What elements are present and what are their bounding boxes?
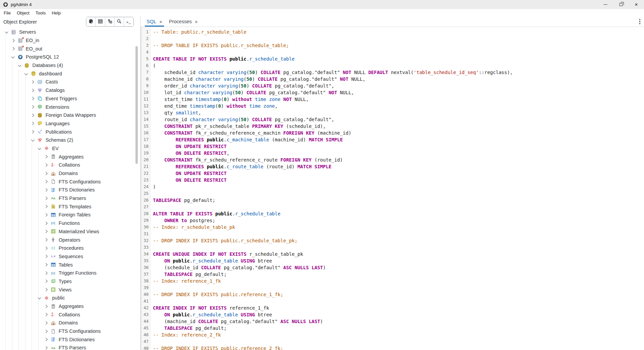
chevron-right-icon[interactable] (44, 254, 48, 259)
chevron-right-icon[interactable] (44, 312, 48, 317)
tree-item-languages[interactable]: Languages (0, 119, 140, 128)
chevron-right-icon[interactable] (11, 46, 15, 51)
sql-code-area[interactable]: -- Table: public.r_schedule_table -- DRO… (151, 27, 644, 350)
chevron-right-icon[interactable] (44, 187, 48, 192)
tree-item-functions[interactable]: (≡)Functions (0, 219, 140, 228)
tree-item-materialized-views[interactable]: Materialized Views (0, 228, 140, 236)
chevron-right-icon[interactable] (44, 246, 48, 250)
chevron-down-icon[interactable] (17, 63, 22, 68)
tree-item-eo-in[interactable]: ×EO_in (0, 36, 140, 45)
tree-item-aggregates[interactable]: Aggregates (0, 302, 140, 311)
tree-item-fts-parsers[interactable]: AaFTS Parsers (0, 194, 140, 203)
tree-item-foreign-data-wrappers[interactable]: Foreign Data Wrappers (0, 111, 140, 119)
chevron-right-icon[interactable] (44, 229, 48, 234)
tree-item-types[interactable]: Types (0, 277, 140, 286)
psql-tool-button[interactable]: >_ (124, 17, 133, 26)
search-objects-button[interactable] (115, 17, 124, 26)
chevron-down-icon[interactable] (11, 55, 15, 59)
tree-item-fts-dictionaries[interactable]: FTS Dictionaries (0, 335, 140, 344)
chevron-down-icon[interactable] (30, 138, 35, 142)
tree-item-label: Catalogs (45, 88, 65, 93)
minimize-button[interactable] (598, 0, 613, 9)
object-explorer-header: Object Explorer >_ (0, 16, 140, 27)
chevron-down-icon[interactable] (37, 146, 42, 151)
chevron-right-icon[interactable] (30, 79, 35, 84)
tree-item-aggregates[interactable]: Aggregates (0, 152, 140, 161)
chevron-right-icon[interactable] (44, 262, 48, 267)
chevron-right-icon[interactable] (44, 171, 48, 176)
tab-close-icon[interactable]: × (159, 19, 162, 24)
chevron-right-icon[interactable] (44, 287, 48, 292)
close-button[interactable]: × (629, 0, 644, 9)
code-line (153, 49, 644, 56)
tab-sql[interactable]: SQL× (143, 16, 166, 27)
tree-item-extensions[interactable]: Extensions (0, 103, 140, 111)
tab-processes[interactable]: Processes× (166, 16, 201, 27)
tree-item-collations[interactable]: AB↓Collations (0, 310, 140, 319)
tree-item-tables[interactable]: Tables (0, 260, 140, 269)
tree-item-views[interactable]: Views (0, 285, 140, 294)
chevron-right-icon[interactable] (44, 163, 48, 167)
tree-item-fts-parsers[interactable]: AaFTS Parsers (0, 344, 140, 350)
tree-item-collations[interactable]: AB↓Collations (0, 161, 140, 169)
tree-item-public[interactable]: public (0, 294, 140, 302)
chevron-right-icon[interactable] (44, 271, 48, 275)
chevron-right-icon[interactable] (11, 38, 15, 43)
tree-item-fts-configurations[interactable]: FTS Configurations (0, 177, 140, 186)
menu-tools[interactable]: Tools (33, 10, 49, 15)
tab-menu-kebab-icon[interactable] (639, 19, 640, 25)
chevron-down-icon[interactable] (24, 71, 29, 76)
tree-item-schemas-2-[interactable]: Schemas (2) (0, 136, 140, 144)
tree-item-domains[interactable]: Domains (0, 319, 140, 327)
tree-item-procedures[interactable]: (·)Procedures (0, 244, 140, 252)
tree-item-dashboard[interactable]: dashboard (0, 69, 140, 78)
chevron-right-icon[interactable] (30, 88, 35, 93)
tree-item-event-triggers[interactable]: Event Triggers (0, 95, 140, 103)
tree-item-ev[interactable]: EV (0, 144, 140, 153)
tree-item-trigger-functions[interactable]: (≡)Trigger Functions (0, 269, 140, 277)
chevron-right-icon[interactable] (44, 329, 48, 334)
tree-item-foreign-tables[interactable]: Foreign Tables (0, 211, 140, 219)
chevron-right-icon[interactable] (30, 113, 35, 117)
tab-close-icon[interactable]: × (195, 19, 198, 24)
tree-item-operators[interactable]: ╋Operators (0, 236, 140, 244)
menu-file[interactable]: File (1, 10, 14, 15)
tree-item-casts[interactable]: 69Casts (0, 78, 140, 86)
menu-help[interactable]: Help (49, 10, 64, 15)
tree-item-fts-templates[interactable]: FTS Templates (0, 202, 140, 211)
tree-item-databases-4-[interactable]: Databases (4) (0, 61, 140, 70)
chevron-right-icon[interactable] (30, 105, 35, 109)
tree-item-servers[interactable]: Servers (0, 28, 140, 36)
tree-item-sequences[interactable]: 1..3Sequences (0, 252, 140, 261)
chevron-right-icon[interactable] (44, 320, 48, 325)
menu-object[interactable]: Object (14, 10, 33, 15)
chevron-right-icon[interactable] (44, 196, 48, 201)
chevron-right-icon[interactable] (30, 96, 35, 101)
chevron-right-icon[interactable] (44, 345, 48, 350)
chevron-down-icon[interactable] (37, 295, 42, 300)
tree-item-domains[interactable]: Domains (0, 169, 140, 178)
tree-item-publications[interactable]: Publications (0, 128, 140, 136)
view-data-button[interactable] (96, 17, 105, 26)
chevron-right-icon[interactable] (44, 179, 48, 184)
chevron-right-icon[interactable] (44, 304, 48, 309)
sidebar-scrollbar-thumb[interactable] (135, 46, 138, 164)
chevron-right-icon[interactable] (44, 337, 48, 342)
tree-item-catalogs[interactable]: Catalogs (0, 86, 140, 95)
chevron-right-icon[interactable] (44, 212, 48, 217)
chevron-right-icon[interactable] (44, 238, 48, 242)
chevron-right-icon[interactable] (30, 130, 35, 134)
tree-item-postgresql-12[interactable]: PostgreSQL 12 (0, 53, 140, 61)
chevron-right-icon[interactable] (44, 154, 48, 159)
chevron-right-icon[interactable] (44, 279, 48, 284)
tree-item-fts-configurations[interactable]: FTS Configurations (0, 327, 140, 336)
tree-item-fts-dictionaries[interactable]: FTS Dictionaries (0, 186, 140, 194)
query-tool-button[interactable] (86, 17, 96, 26)
filtered-rows-button[interactable] (105, 17, 115, 26)
chevron-right-icon[interactable] (44, 221, 48, 225)
tree-item-eo-out[interactable]: ×EO_out (0, 44, 140, 53)
restore-button[interactable] (613, 0, 629, 9)
chevron-down-icon[interactable] (4, 30, 9, 34)
chevron-right-icon[interactable] (30, 121, 35, 126)
chevron-right-icon[interactable] (44, 204, 48, 209)
